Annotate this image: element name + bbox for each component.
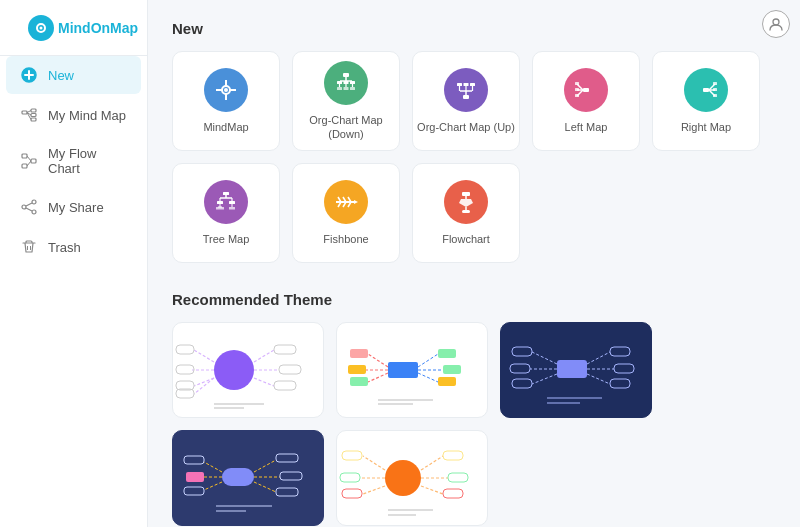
svg-rect-14 <box>31 159 36 163</box>
svg-line-103 <box>254 378 274 386</box>
svg-marker-86 <box>354 200 358 204</box>
svg-rect-164 <box>443 451 463 460</box>
svg-rect-135 <box>614 364 634 373</box>
left-card-icon <box>564 68 608 112</box>
svg-line-110 <box>368 354 388 367</box>
svg-line-20 <box>26 203 32 206</box>
svg-line-112 <box>368 373 388 382</box>
svg-point-154 <box>385 460 421 496</box>
svg-rect-42 <box>350 87 355 90</box>
sidebar-item-trash[interactable]: Trash <box>6 228 141 266</box>
theme-card-1[interactable] <box>172 322 324 418</box>
tree-card-icon <box>204 180 248 224</box>
logo: MindOnMap <box>14 7 152 57</box>
svg-line-161 <box>421 456 443 470</box>
new-icon <box>20 66 38 84</box>
fishbone-card-icon <box>324 180 368 224</box>
svg-line-15 <box>27 156 31 161</box>
svg-rect-45 <box>470 83 475 86</box>
svg-line-116 <box>418 354 438 367</box>
map-card-org-up[interactable]: Org-Chart Map (Up) <box>412 51 520 151</box>
org-up-card-label: Org-Chart Map (Up) <box>417 120 515 134</box>
theme-grid <box>172 322 776 526</box>
svg-rect-5 <box>22 111 27 114</box>
svg-rect-139 <box>186 472 204 482</box>
svg-line-141 <box>204 462 222 472</box>
new-section-title: New <box>172 20 776 37</box>
svg-rect-56 <box>575 82 579 85</box>
svg-rect-35 <box>344 81 349 84</box>
svg-rect-76 <box>220 207 224 210</box>
svg-rect-120 <box>443 365 461 374</box>
sidebar-item-new[interactable]: New <box>6 56 141 94</box>
sidebar-mymindmap-label: My Mind Map <box>48 108 126 123</box>
svg-rect-87 <box>462 192 470 196</box>
fishbone-card-label: Fishbone <box>323 232 368 246</box>
svg-rect-97 <box>176 345 194 354</box>
svg-rect-104 <box>274 345 296 354</box>
svg-rect-34 <box>337 81 342 84</box>
map-card-fishbone[interactable]: Fishbone <box>292 163 400 263</box>
org-down-card-icon <box>324 61 368 105</box>
flowchart-card-icon <box>444 180 488 224</box>
svg-rect-59 <box>703 88 709 92</box>
svg-line-148 <box>254 482 276 492</box>
sidebar-item-myflowchart[interactable]: My Flow Chart <box>6 136 141 186</box>
theme-card-2[interactable] <box>336 322 488 418</box>
org-down-card-label: Org-Chart Map (Down) <box>293 113 399 142</box>
svg-rect-149 <box>276 454 298 462</box>
map-card-tree[interactable]: Tree Map <box>172 163 280 263</box>
trash-icon <box>20 238 38 256</box>
svg-line-146 <box>254 460 276 472</box>
svg-rect-106 <box>274 381 296 390</box>
svg-rect-128 <box>512 347 532 356</box>
logo-icon <box>28 15 54 41</box>
svg-line-127 <box>532 374 557 384</box>
svg-line-157 <box>363 486 385 494</box>
theme-card-3[interactable] <box>500 322 652 418</box>
svg-rect-160 <box>342 489 362 498</box>
theme-card-5[interactable] <box>336 430 488 526</box>
svg-rect-43 <box>457 83 462 86</box>
mindmap-card-label: MindMap <box>203 120 248 134</box>
svg-rect-44 <box>464 83 469 86</box>
map-card-flowchart[interactable]: Flowchart <box>412 163 520 263</box>
svg-rect-91 <box>462 210 470 213</box>
svg-line-96 <box>194 378 214 394</box>
map-card-org-down[interactable]: Org-Chart Map (Down) <box>292 51 400 151</box>
sidebar-trash-label: Trash <box>48 240 81 255</box>
sidebar-item-myshare[interactable]: My Share <box>6 188 141 226</box>
map-card-left[interactable]: Left Map <box>532 51 640 151</box>
svg-point-17 <box>32 200 36 204</box>
svg-point-24 <box>773 19 779 25</box>
theme-card-4[interactable] <box>172 430 324 526</box>
svg-rect-121 <box>438 377 456 386</box>
new-grid: MindMap Org-Ch <box>172 51 776 263</box>
mindmap-card-icon <box>204 68 248 112</box>
map-card-mindmap[interactable]: MindMap <box>172 51 280 151</box>
svg-line-155 <box>363 456 385 470</box>
svg-point-19 <box>32 210 36 214</box>
svg-rect-40 <box>337 87 342 90</box>
svg-rect-109 <box>388 362 418 378</box>
map-card-right[interactable]: Right Map <box>652 51 760 151</box>
svg-rect-51 <box>463 95 469 99</box>
logo-text: MindOnMap <box>58 20 138 36</box>
svg-rect-129 <box>510 364 530 373</box>
svg-marker-89 <box>459 199 473 207</box>
svg-line-93 <box>194 350 214 362</box>
svg-rect-12 <box>22 154 27 158</box>
svg-rect-98 <box>176 365 194 374</box>
svg-rect-6 <box>31 109 36 112</box>
svg-line-133 <box>587 374 610 384</box>
svg-rect-136 <box>610 379 630 388</box>
svg-rect-75 <box>216 207 220 210</box>
svg-rect-166 <box>443 489 463 498</box>
user-icon[interactable] <box>762 10 790 38</box>
sidebar-item-mymindmap[interactable]: My Mind Map <box>6 96 141 134</box>
svg-rect-52 <box>583 88 589 92</box>
recommended-section-title: Recommended Theme <box>172 291 776 308</box>
svg-rect-158 <box>342 451 362 460</box>
svg-line-9 <box>27 111 31 113</box>
svg-line-95 <box>194 378 214 386</box>
